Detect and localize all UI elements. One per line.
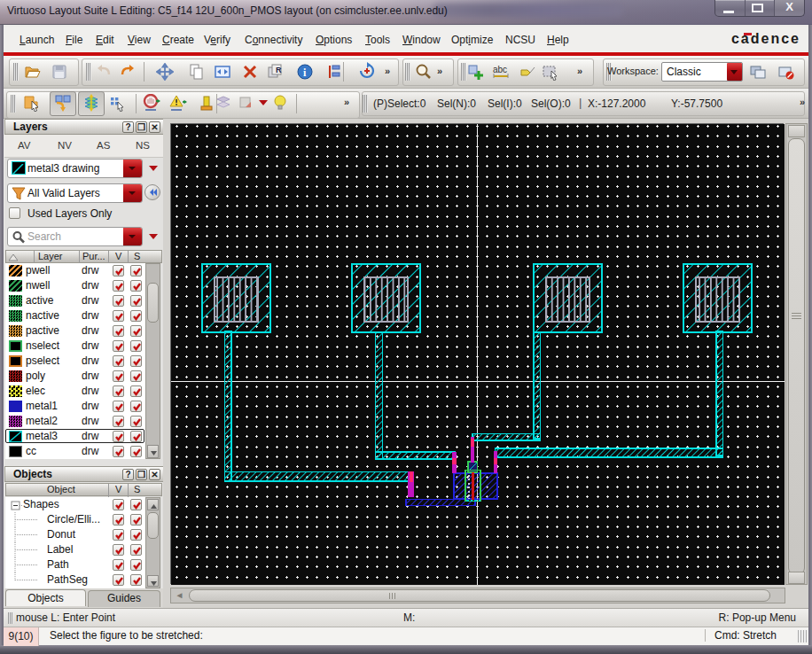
svg-text:R: R — [276, 66, 282, 74]
svg-text:abc: abc — [493, 65, 507, 74]
